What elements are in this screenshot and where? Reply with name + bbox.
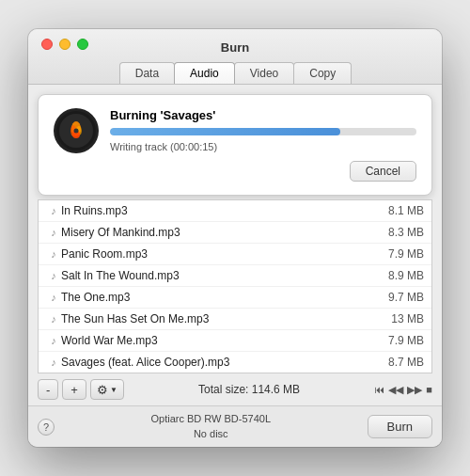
file-name: Misery Of Mankind.mp3	[61, 226, 381, 239]
music-note-icon: ♪	[46, 268, 61, 283]
list-item: ♪ Salt In The Wound.mp3 8.9 MB	[39, 265, 431, 287]
burning-title: Burning 'Savages'	[110, 108, 416, 122]
tab-audio[interactable]: Audio	[174, 62, 235, 84]
cancel-button[interactable]: Cancel	[350, 161, 416, 182]
file-name: Savages (feat. Alice Cooper).mp3	[61, 356, 381, 369]
help-button[interactable]: ?	[38, 419, 55, 436]
file-name: The Sun Has Set On Me.mp3	[61, 312, 384, 325]
progress-dialog: Burning 'Savages' Writing track (00:00:1…	[38, 94, 432, 196]
stop-icon[interactable]: ■	[426, 384, 432, 395]
list-item: ♪ Savages (feat. Alice Cooper).mp3 8.7 M…	[39, 352, 431, 373]
rewind-icon[interactable]: ◀◀	[388, 384, 403, 396]
progress-content: Burning 'Savages' Writing track (00:00:1…	[110, 108, 416, 152]
tab-video[interactable]: Video	[234, 62, 294, 84]
music-note-icon: ♪	[46, 246, 61, 262]
fast-forward-icon[interactable]: ▶▶	[407, 384, 422, 396]
file-name: Salt In The Wound.mp3	[61, 269, 381, 282]
window-title: Burn	[41, 40, 429, 55]
settings-button[interactable]: ⚙ ▼	[90, 379, 124, 400]
add-button[interactable]: +	[62, 379, 86, 400]
file-name: Panic Room.mp3	[61, 247, 381, 261]
total-size-label: Total size: 114.6 MB	[128, 383, 370, 396]
music-note-icon: ♪	[46, 333, 61, 348]
maximize-button[interactable]	[77, 39, 88, 50]
chevron-down-icon: ▼	[110, 386, 118, 394]
file-list: ♪ In Ruins.mp3 8.1 MB ♪ Misery Of Mankin…	[38, 199, 432, 373]
list-item: ♪ The Sun Has Set On Me.mp3 13 MB	[39, 309, 431, 330]
disc-info: Optiarc BD RW BD-5740L No disc	[55, 412, 368, 441]
file-size: 8.3 MB	[388, 226, 424, 239]
file-size: 7.9 MB	[388, 334, 424, 347]
music-note-icon: ♪	[46, 311, 61, 326]
disc-status: No disc	[55, 427, 368, 441]
music-note-icon: ♪	[46, 355, 61, 370]
list-item: ♪ Panic Room.mp3 7.9 MB	[39, 244, 431, 265]
list-item: ♪ In Ruins.mp3 8.1 MB	[39, 200, 431, 222]
remove-button[interactable]: -	[38, 379, 58, 400]
footer: ? Optiarc BD RW BD-5740L No disc Burn	[28, 405, 442, 447]
file-size: 7.9 MB	[388, 247, 424, 261]
burn-window: Burn Data Audio Video Copy	[28, 29, 442, 447]
burn-button[interactable]: Burn	[368, 415, 432, 438]
file-name: The One.mp3	[61, 291, 381, 304]
progress-bar-fill	[110, 128, 340, 135]
title-bar: Burn Data Audio Video Copy	[28, 29, 442, 85]
tab-copy[interactable]: Copy	[293, 62, 352, 84]
burn-disc-icon	[54, 108, 99, 153]
disc-name: Optiarc BD RW BD-5740L	[55, 412, 368, 426]
gear-icon: ⚙	[97, 383, 108, 397]
list-item: ♪ World War Me.mp3 7.9 MB	[39, 330, 431, 352]
progress-bar-container	[110, 128, 416, 135]
music-note-icon: ♪	[46, 203, 61, 218]
bottom-toolbar: - + ⚙ ▼ Total size: 114.6 MB ⏮ ◀◀ ▶▶ ■	[28, 373, 442, 405]
svg-point-7	[74, 129, 79, 134]
file-size: 8.1 MB	[388, 204, 424, 217]
skip-back-icon[interactable]: ⏮	[374, 384, 384, 395]
music-note-icon: ♪	[46, 290, 61, 305]
music-note-icon: ♪	[46, 225, 61, 240]
list-item: ♪ Misery Of Mankind.mp3 8.3 MB	[39, 222, 431, 244]
tab-bar: Data Audio Video Copy	[41, 62, 429, 84]
file-size: 13 MB	[391, 312, 424, 325]
file-size: 8.7 MB	[388, 356, 424, 369]
tab-data[interactable]: Data	[119, 62, 175, 84]
file-size: 9.7 MB	[388, 291, 424, 304]
file-size: 8.9 MB	[388, 269, 424, 282]
progress-status: Writing track (00:00:15)	[110, 141, 416, 152]
file-name: In Ruins.mp3	[61, 204, 381, 217]
playback-controls: ⏮ ◀◀ ▶▶ ■	[374, 384, 432, 396]
list-item: ♪ The One.mp3 9.7 MB	[39, 287, 431, 309]
close-button[interactable]	[41, 39, 53, 50]
minimize-button[interactable]	[59, 39, 70, 50]
file-name: World War Me.mp3	[61, 334, 381, 347]
